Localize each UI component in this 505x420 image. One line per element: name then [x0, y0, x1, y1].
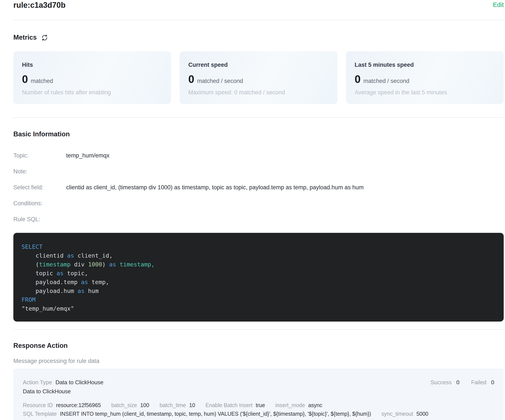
- property-label: batch_time: [160, 402, 186, 409]
- property-value: async: [308, 402, 322, 409]
- property-value: 10: [189, 402, 195, 409]
- action-name: Data to ClickHouse: [23, 388, 494, 395]
- metric-title: Current speed: [188, 61, 329, 69]
- property-label: insert_mode: [275, 402, 305, 409]
- basic-information-fields: Topic: temp_hum/emqx Note: Select field:…: [13, 152, 504, 223]
- action-property-row: Resource ID resource:12f56965 batch_size…: [23, 402, 494, 409]
- page-title: rule:c1a3d70b: [13, 0, 65, 10]
- property-label: SQL Template: [23, 410, 57, 417]
- field-row-conditions: Conditions:: [13, 200, 504, 207]
- metric-card-last-5-minutes-speed: Last 5 minutes speed 0 matched / second …: [346, 51, 504, 104]
- property-sql-template: SQL Template INSERT INTO temp_hum (clien…: [23, 410, 371, 417]
- metric-title: Hits: [22, 61, 163, 69]
- action-type-label: Action Type: [23, 379, 52, 386]
- field-label: Rule SQL:: [13, 216, 66, 223]
- field-label: Topic:: [13, 152, 66, 159]
- metric-description: Average speed in the last 5 minutes: [355, 89, 495, 96]
- metric-unit: matched: [31, 78, 53, 84]
- field-value: clientid as client_id, (timestamp div 10…: [66, 184, 364, 191]
- field-row-rule-sql: Rule SQL:: [13, 216, 504, 223]
- field-row-select-field: Select field: clientid as client_id, (ti…: [13, 184, 504, 191]
- action-properties: Resource ID resource:12f56965 batch_size…: [23, 402, 494, 417]
- metric-unit: matched / second: [197, 78, 243, 84]
- metric-value: 0: [188, 74, 194, 85]
- metric-value-row: 0 matched: [22, 74, 163, 85]
- success-stat: Success 0: [430, 379, 460, 386]
- refresh-icon[interactable]: [41, 34, 49, 42]
- response-action-heading: Response Action: [13, 341, 504, 350]
- property-label: Enable Batch Insert: [206, 402, 252, 409]
- field-label: Select field:: [13, 184, 66, 191]
- response-action-subtitle: Message processing for rule data: [13, 357, 504, 365]
- property-value: 5000: [417, 410, 429, 417]
- metric-description: Maximum speed: 0 matched / second: [188, 89, 329, 96]
- property-label: Resource ID: [23, 402, 53, 409]
- metrics-section-heading: Metrics: [13, 33, 504, 42]
- action-card: Action Type Data to ClickHouse Success 0…: [13, 369, 504, 420]
- field-value: temp_hum/emqx: [66, 152, 109, 159]
- field-row-note: Note:: [13, 168, 504, 175]
- property-label: batch_size: [111, 402, 137, 409]
- property-value: 100: [140, 402, 149, 409]
- metrics-heading-label: Metrics: [13, 33, 37, 42]
- action-stats: Success 0 Failed 0: [430, 379, 494, 386]
- property-batch-size: batch_size 100: [111, 402, 149, 409]
- metric-description: Number of rules hits after enabling: [22, 89, 163, 96]
- property-value: resource:12f56965: [56, 402, 101, 409]
- field-row-topic: Topic: temp_hum/emqx: [13, 152, 504, 159]
- failed-value: 0: [491, 379, 494, 386]
- property-sync-timeout: sync_timeout 5000: [381, 410, 428, 417]
- success-value: 0: [456, 379, 459, 386]
- section-divider: [13, 117, 504, 118]
- edit-link[interactable]: Edit: [493, 1, 504, 9]
- metric-value-row: 0 matched / second: [188, 74, 329, 85]
- metric-value-row: 0 matched / second: [355, 74, 495, 85]
- page-header: rule:c1a3d70b Edit: [13, 0, 504, 20]
- rule-detail-page: rule:c1a3d70b Edit Metrics Hits 0 matche…: [0, 0, 505, 420]
- metric-unit: matched / second: [363, 78, 409, 84]
- metric-card-hits: Hits 0 matched Number of rules hits afte…: [13, 51, 171, 104]
- metric-title: Last 5 minutes speed: [355, 61, 495, 69]
- failed-stat: Failed 0: [471, 379, 494, 386]
- metric-cards-row: Hits 0 matched Number of rules hits afte…: [13, 51, 504, 104]
- metric-card-current-speed: Current speed 0 matched / second Maximum…: [180, 51, 337, 104]
- field-label: Note:: [13, 168, 66, 175]
- section-divider: [13, 329, 504, 330]
- failed-label: Failed: [471, 379, 486, 386]
- property-enable-batch-insert: Enable Batch Insert true: [206, 402, 265, 409]
- success-label: Success: [430, 379, 452, 386]
- action-property-row: SQL Template INSERT INTO temp_hum (clien…: [23, 410, 494, 417]
- action-type-value: Data to ClickHouse: [55, 379, 103, 386]
- property-batch-time: batch_time 10: [160, 402, 195, 409]
- metric-value: 0: [22, 74, 28, 85]
- field-label: Conditions:: [13, 200, 66, 207]
- property-insert-mode: insert_mode async: [275, 402, 322, 409]
- property-label: sync_timeout: [381, 410, 413, 417]
- action-card-header: Action Type Data to ClickHouse Success 0…: [23, 379, 494, 386]
- action-type: Action Type Data to ClickHouse: [23, 379, 103, 386]
- property-value: true: [256, 402, 265, 409]
- property-resource-id: Resource ID resource:12f56965: [23, 402, 101, 409]
- property-value: INSERT INTO temp_hum (client_id, timesta…: [60, 410, 371, 417]
- metric-value: 0: [355, 74, 361, 85]
- rule-sql-code: SELECT clientid as client_id, (timestamp…: [13, 233, 504, 322]
- basic-information-heading: Basic Information: [13, 130, 504, 138]
